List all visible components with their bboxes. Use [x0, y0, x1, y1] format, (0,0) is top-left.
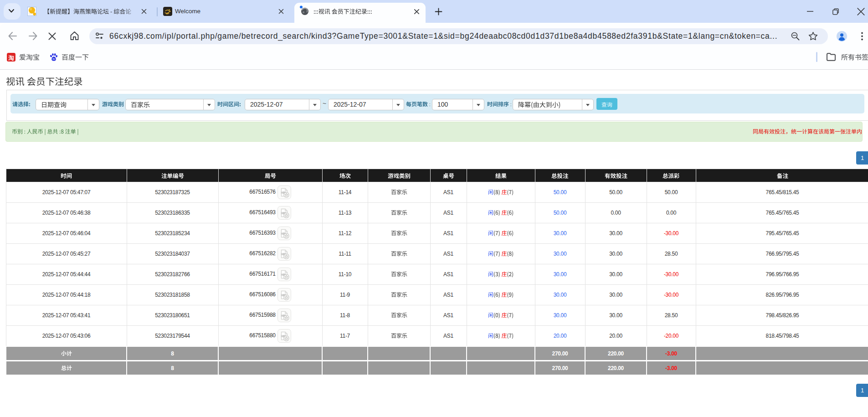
- svg-text:du: du: [52, 57, 55, 60]
